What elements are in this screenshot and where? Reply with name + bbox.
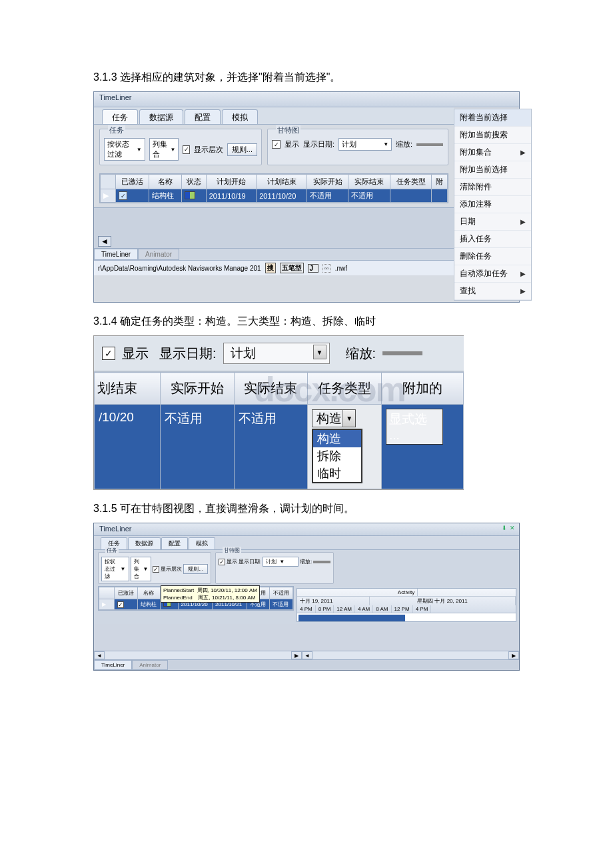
status-icon — [185, 191, 195, 199]
gantt-bar[interactable] — [299, 615, 405, 621]
option-construct[interactable]: 构造 — [313, 430, 361, 447]
bottom-tab-animator[interactable]: Animator — [138, 249, 179, 260]
zoom-slider[interactable] — [313, 561, 330, 563]
group-task-label: 任务 — [105, 547, 119, 554]
menu-date[interactable]: 日期▶ — [454, 213, 531, 231]
menu-attach-search[interactable]: 附加当前搜索 — [454, 127, 531, 144]
filter-dropdown[interactable]: 按状态过滤▼ — [101, 557, 129, 581]
zoom-slider[interactable] — [382, 351, 422, 355]
table-header: 划结束 实际开始 实际结束 任务类型 附加的 — [95, 373, 464, 405]
tab-config[interactable]: 配置 — [161, 537, 188, 549]
active-checkbox[interactable] — [117, 601, 124, 608]
menu-attach-current[interactable]: 附着当前选择 — [454, 109, 531, 127]
table-row[interactable]: ▶ 结构柱 2011/10/19 2011/10/20 不适用 不适用 — [101, 189, 448, 203]
plan-dropdown[interactable]: 计划▼ — [223, 343, 330, 364]
screenshot-2: 显示 显示日期: 计划▼ 缩放: 划结束 实际开始 实际结束 任务类型 附加的 … — [93, 335, 464, 490]
chevron-right-icon: ▶ — [520, 287, 526, 295]
menu-clear-attach[interactable]: 清除附件 — [454, 179, 531, 196]
tab-datasource[interactable]: 数据源 — [139, 109, 183, 124]
tab-tasks[interactable]: 任务 — [102, 109, 138, 124]
cell-attached[interactable]: 显式选 ... — [381, 405, 463, 489]
rules-button[interactable]: 规则... — [227, 143, 257, 156]
table-row[interactable]: /10/20 不适用 不适用 构造▼ 构造 拆除 临时 显式选 ... — [95, 405, 464, 489]
menu-append-current[interactable]: 附加当前选择 — [454, 161, 531, 179]
filter-dropdown[interactable]: 按状态过滤▼ — [104, 138, 145, 161]
chevron-down-icon: ▼ — [342, 410, 355, 427]
rules-button[interactable]: 规则... — [183, 564, 208, 574]
day-header: 十月 19, 2011 — [297, 597, 370, 605]
scroll-left-icon[interactable]: ◄ — [98, 236, 111, 247]
task-table: 已激活名称状态 计划开始计划结束实际开始 实际结束任务类型附 ▶ 结构柱 201… — [99, 173, 448, 203]
chevron-right-icon: ▶ — [520, 218, 526, 225]
cell-actstart: 不适用 — [161, 405, 235, 489]
row-pointer-icon: ▶ — [101, 189, 116, 203]
tab-simulate[interactable]: 模拟 — [222, 109, 258, 124]
show-checkbox[interactable] — [272, 140, 281, 149]
menu-delete-task[interactable]: 删除任务 — [454, 248, 531, 265]
show-checkbox[interactable] — [219, 559, 225, 565]
menu-find[interactable]: 查找▶ — [454, 283, 531, 300]
option-temp[interactable]: 临时 — [313, 465, 361, 482]
option-demolish[interactable]: 拆除 — [313, 447, 361, 465]
bottom-tab-timeliner[interactable]: TimeLiner — [94, 660, 132, 670]
show-label: 显示 — [285, 139, 299, 149]
cell-actend: 不适用 — [234, 405, 308, 489]
type-dropdown[interactable]: 构造▼ — [312, 409, 356, 427]
bottom-tab-animator[interactable]: Animator — [132, 660, 168, 670]
gantt-view[interactable]: Activity 十月 19, 2011 星期四 十月 20, 2011 4 P… — [297, 588, 516, 622]
chevron-right-icon: ▶ — [520, 270, 526, 277]
levels-checkbox[interactable] — [183, 145, 189, 154]
task-table-zoom: 划结束 实际开始 实际结束 任务类型 附加的 /10/20 不适用 不适用 构造… — [94, 372, 464, 489]
cell-planend: 2011/10/20 — [257, 189, 307, 203]
menu-insert-task[interactable]: 插入任务 — [454, 231, 531, 248]
table-header: 已激活名称状态 计划开始计划结束实际开始 实际结束任务类型附 — [101, 175, 448, 189]
plan-dropdown[interactable]: 计划▼ — [338, 138, 392, 151]
scroll-left-icon: ◄ — [94, 651, 105, 659]
table-empty-area: ◄ — [94, 207, 454, 248]
cell-actend: 不适用 — [348, 189, 390, 203]
levels-checkbox[interactable] — [153, 566, 159, 573]
paragraph-315: 3.1.5 可在甘特图视图，直接调整滑条，调计划的时间。 — [93, 502, 520, 516]
scrollbar[interactable]: ◄ ▶ ◄ ▶ — [94, 651, 519, 659]
tab-config[interactable]: 配置 — [185, 109, 221, 124]
columns-dropdown[interactable]: 列集合▼ — [149, 138, 179, 161]
show-checkbox[interactable] — [102, 347, 115, 360]
window-title: TimeLiner — [94, 92, 519, 107]
screenshot-1: TimeLiner 任务 数据源 配置 模拟 任务 按状态过滤▼ 列集合▼ 显示… — [93, 91, 520, 303]
day-header: 星期四 十月 20, 2011 — [370, 597, 516, 605]
status-bar: r\AppData\Roaming\Autodesk Navisworks Ma… — [94, 260, 454, 275]
bottom-tab-timeliner[interactable]: TimeLiner — [94, 249, 138, 260]
menu-add-comment[interactable]: 添加注释 — [454, 196, 531, 213]
scroll-left-icon: ◄ — [302, 651, 312, 659]
columns-dropdown[interactable]: 列集合▼ — [131, 557, 152, 581]
showdate-label: 显示日期: — [303, 139, 334, 149]
cell-tasktype[interactable]: 构造▼ 构造 拆除 临时 — [308, 405, 382, 489]
zoom-slider[interactable] — [416, 143, 443, 146]
showdate-label: 显示日期: — [159, 345, 217, 363]
menu-attach-set[interactable]: 附加集合▶ — [454, 144, 531, 161]
active-checkbox[interactable] — [119, 191, 127, 200]
cell-actstart: 不适用 — [306, 189, 348, 203]
ime-icon: 搜 — [265, 263, 276, 273]
screenshot-3: TimeLiner ⬇✕ 任务 数据源 配置 模拟 任务 按状态过滤▼ 列集合▼… — [93, 523, 520, 671]
tab-datasource[interactable]: 数据源 — [128, 537, 161, 549]
ime-label: 五笔型 — [280, 263, 304, 273]
plan-dropdown[interactable]: 计划▼ — [263, 557, 299, 567]
cell-status — [182, 189, 207, 203]
cell-planend: /10/20 — [95, 405, 161, 489]
pin-close-icons[interactable]: ⬇✕ — [502, 525, 515, 531]
menu-auto-add[interactable]: 自动添加任务▶ — [454, 265, 531, 283]
chevron-down-icon: ▼ — [313, 345, 326, 359]
cell-planstart: 2011/10/19 — [206, 189, 257, 203]
zoom-label: 缩放: — [346, 345, 376, 363]
window-title: TimeLiner — [94, 523, 519, 536]
zoom-label: 缩放: — [396, 139, 412, 149]
chevron-right-icon: ▶ — [520, 149, 526, 156]
tab-simulate[interactable]: 模拟 — [189, 537, 215, 549]
levels-label: 显示层次 — [194, 145, 223, 155]
tab-bar: 任务 数据源 配置 模拟 — [94, 107, 454, 125]
paragraph-314: 3.1.4 确定任务的类型：构造。三大类型：构造、拆除、临时 — [93, 315, 520, 329]
cell-name: 结构柱 — [149, 189, 182, 203]
tab-bar: 任务 数据源 配置 模拟 — [94, 536, 519, 550]
context-menu: 附着当前选择 附加当前搜索 附加集合▶ 附加当前选择 清除附件 添加注释 日期▶… — [454, 109, 532, 301]
